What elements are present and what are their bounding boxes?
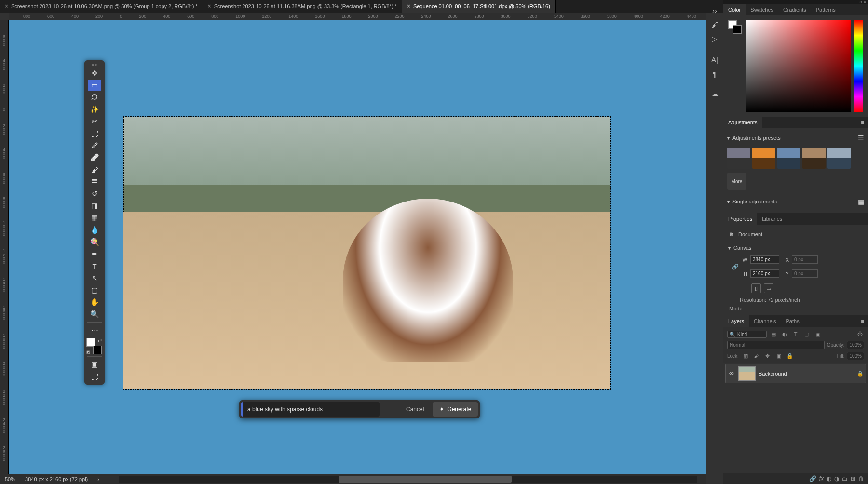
more-tools-icon[interactable]: ⋯ <box>88 324 101 336</box>
filter-pixel-icon[interactable]: ▤ <box>769 330 778 338</box>
adjustments-presets-header[interactable]: ▾ Adjustments presets ☰ <box>727 131 864 145</box>
gradient-tool[interactable]: ▦ <box>88 212 101 224</box>
link-layers-icon[interactable]: 🔗 <box>809 475 816 482</box>
link-icon[interactable]: 🔗 <box>732 264 739 270</box>
adjustment-layer-icon[interactable]: ◑ <box>834 475 839 482</box>
libraries-icon[interactable]: ☁ <box>708 88 721 100</box>
layer-filter-kind[interactable]: 🔍Kind <box>727 331 767 338</box>
single-adjustments-header[interactable]: ▾ Single adjustments ▦ <box>727 195 864 208</box>
panel-menu-icon[interactable]: ≡ <box>857 213 868 225</box>
document-dimensions[interactable]: 3840 px x 2160 px (72 ppi) <box>25 476 88 482</box>
brushes-icon[interactable]: 🖌 <box>708 18 721 31</box>
tab-gradients[interactable]: Gradients <box>778 4 811 15</box>
scrollbar-thumb[interactable] <box>339 476 512 483</box>
eyedropper-tool[interactable] <box>88 140 101 151</box>
list-view-icon[interactable]: ☰ <box>858 134 864 142</box>
dock-titlebar[interactable]: ‹‹× <box>723 0 868 4</box>
layer-style-icon[interactable]: fx <box>819 475 824 482</box>
tab-doc-0[interactable]: ×Screenshot 2023-10-26 at 10.06.30AM.png… <box>0 0 203 13</box>
group-icon[interactable]: 🗀 <box>842 475 848 482</box>
color-swatches[interactable] <box>728 20 742 34</box>
hand-tool[interactable]: ✋ <box>88 296 101 308</box>
type-tool[interactable]: T <box>88 260 101 272</box>
close-icon[interactable]: × <box>91 62 94 67</box>
y-input[interactable] <box>792 269 818 278</box>
height-input[interactable] <box>750 269 779 278</box>
bg-swatch[interactable] <box>733 25 742 34</box>
frame-tool[interactable]: ⛶ <box>88 128 101 139</box>
tab-swatches[interactable]: Swatches <box>746 4 778 15</box>
tab-properties[interactable]: Properties <box>723 213 757 225</box>
close-icon[interactable]: × <box>5 3 8 10</box>
generative-fill-prompt[interactable] <box>244 402 379 417</box>
pen-tool[interactable]: ✒ <box>88 248 101 260</box>
landscape-icon[interactable]: ▭ <box>764 283 773 293</box>
move-tool[interactable]: ✥ <box>88 67 101 79</box>
generate-button[interactable]: ✦ Generate <box>433 402 478 417</box>
ruler-vertical[interactable]: 6004002000200400600800100012001400160018… <box>0 20 9 474</box>
rectangle-tool[interactable]: ▢ <box>88 284 101 296</box>
preset-thumb[interactable] <box>727 148 750 169</box>
close-icon[interactable]: × <box>407 3 410 10</box>
quick-mask-tool[interactable]: ▣ <box>88 359 101 370</box>
lock-artboard-icon[interactable]: ▣ <box>774 351 783 360</box>
panel-menu-icon[interactable]: ≡ <box>857 4 868 15</box>
crop-tool[interactable]: ✂ <box>88 116 101 127</box>
more-presets-button[interactable]: More <box>727 173 746 190</box>
lock-icon[interactable]: 🔒 <box>857 371 864 377</box>
history-brush-tool[interactable]: ↺ <box>88 188 101 200</box>
filter-adjustment-icon[interactable]: ◐ <box>780 330 789 338</box>
lock-all-icon[interactable]: 🔒 <box>786 351 794 360</box>
tab-adjustments[interactable]: Adjustments <box>723 117 762 128</box>
fill-input[interactable]: 100% <box>847 352 864 360</box>
tab-libraries[interactable]: Libraries <box>757 213 787 225</box>
clone-stamp-tool[interactable]: ⛿ <box>88 176 101 188</box>
lasso-tool[interactable] <box>88 92 101 103</box>
portrait-icon[interactable]: ▯ <box>751 283 761 293</box>
grid-view-icon[interactable]: ▦ <box>858 198 864 205</box>
paragraph-icon[interactable]: ¶ <box>708 67 721 80</box>
color-field[interactable] <box>746 20 851 112</box>
dodge-tool[interactable]: 🍭 <box>88 236 101 248</box>
delete-icon[interactable]: 🗑 <box>858 475 864 482</box>
healing-brush-tool[interactable]: 🩹 <box>88 152 101 163</box>
tab-layers[interactable]: Layers <box>723 315 749 327</box>
magic-wand-tool[interactable]: ✨ <box>88 104 101 115</box>
filter-shape-icon[interactable]: ▢ <box>802 330 811 338</box>
path-selection-tool[interactable]: ↖ <box>88 272 101 284</box>
eraser-tool[interactable]: ◨ <box>88 200 101 212</box>
lock-transparency-icon[interactable]: ▧ <box>741 351 750 360</box>
tab-channels[interactable]: Channels <box>749 315 781 327</box>
filter-toggle-icon[interactable]: ⏻ <box>855 330 864 338</box>
close-icon[interactable]: × <box>208 3 211 10</box>
marquee-tool[interactable]: ▭ <box>88 80 101 91</box>
tab-doc-1[interactable]: ×Screenshot 2023-10-26 at 11.16.38AM.png… <box>203 0 402 13</box>
default-colors-icon[interactable]: ◩ <box>86 350 90 354</box>
lock-image-icon[interactable]: 🖌 <box>752 351 761 360</box>
background-color[interactable] <box>93 346 102 354</box>
screen-mode-tool[interactable]: ⛶ <box>88 371 101 382</box>
tab-paths[interactable]: Paths <box>781 315 804 327</box>
tab-color[interactable]: Color <box>723 4 746 15</box>
preset-thumb[interactable] <box>827 148 851 169</box>
play-icon[interactable]: ▷ <box>708 33 721 45</box>
filter-smart-icon[interactable]: ▣ <box>814 330 822 338</box>
scrollbar-horizontal[interactable] <box>119 476 697 483</box>
character-icon[interactable]: A| <box>708 53 721 66</box>
width-input[interactable] <box>750 255 779 264</box>
canvas-section-header[interactable]: ▾ Canvas <box>728 242 863 254</box>
preset-thumb[interactable] <box>777 148 800 169</box>
hue-slider[interactable] <box>854 20 863 112</box>
filter-type-icon[interactable]: T <box>791 330 800 338</box>
tab-doc-2[interactable]: ×Sequence 01.00_00_06_17.Still001.dpx @ … <box>402 0 556 13</box>
layer-name[interactable]: Background <box>759 371 854 376</box>
zoom-tool[interactable]: 🔍 <box>88 309 101 320</box>
cancel-button[interactable]: Cancel <box>399 402 431 417</box>
brush-tool[interactable]: 🖌 <box>88 164 101 175</box>
contextual-taskbar[interactable]: ⋯ Cancel ✦ Generate <box>239 400 480 418</box>
more-options-icon[interactable]: ⋯ <box>381 402 395 417</box>
preset-thumb[interactable] <box>752 148 775 169</box>
preset-thumb[interactable] <box>802 148 826 169</box>
ruler-horizontal[interactable]: 8006004002000200400600800100012001400160… <box>9 13 706 20</box>
new-layer-icon[interactable]: ⊞ <box>851 475 855 482</box>
